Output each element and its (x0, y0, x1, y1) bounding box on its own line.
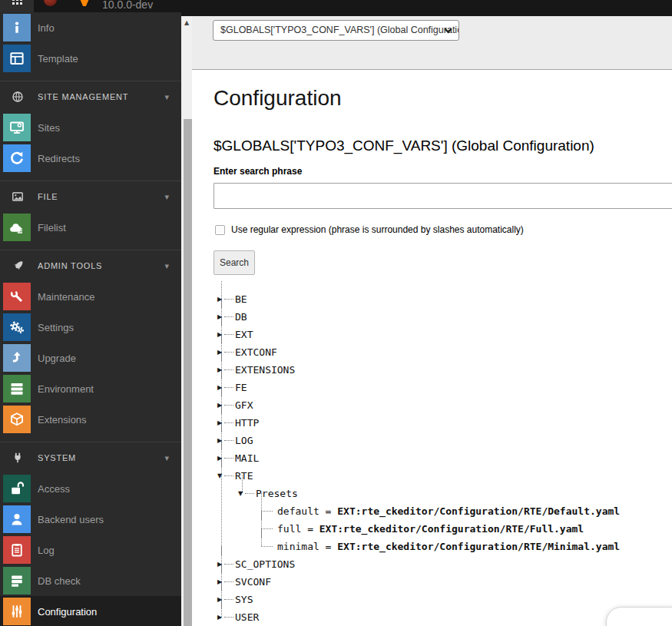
sidebar-item-label: Redirects (38, 153, 80, 164)
tree-node-label[interactable]: FE (235, 382, 247, 393)
expand-triangle-icon[interactable]: ▶ (217, 591, 226, 608)
tree-node-label[interactable]: HTTP (235, 417, 259, 429)
collapse-triangle-icon[interactable]: ▼ (238, 485, 247, 502)
tree-node-label[interactable]: SYS (235, 594, 253, 605)
open-lock-icon (3, 475, 31, 502)
tree-node-label[interactable]: SVCONF (235, 576, 271, 588)
expand-triangle-icon[interactable]: ▶ (217, 573, 226, 591)
tree-node-label[interactable]: RTE (235, 470, 253, 482)
sidebar-item-info[interactable]: Info (0, 12, 181, 43)
sidebar-item-access[interactable]: Access (0, 473, 181, 504)
search-button[interactable]: Search (214, 250, 255, 275)
sidebar-item-backend-users[interactable]: Backend users (0, 504, 181, 535)
expand-triangle-icon[interactable]: ▶ (217, 608, 226, 626)
sidebar-section-site-management[interactable]: SITE MANAGEMENT▾ (0, 81, 181, 112)
tree-node-label[interactable]: EXT (235, 329, 253, 340)
expand-triangle-icon[interactable]: ▶ (217, 361, 226, 379)
tree-node-label[interactable]: SC_OPTIONS (235, 558, 295, 570)
search-phrase-input[interactable] (214, 183, 672, 209)
chevron-down-icon: ▾ (164, 192, 169, 202)
collapse-triangle-icon[interactable]: ▼ (217, 467, 226, 485)
tree-node-label[interactable]: BE (235, 293, 247, 305)
typo3-logo-icon[interactable] (78, 0, 91, 6)
expand-triangle-icon[interactable]: ▶ (217, 432, 226, 449)
db-stack-icon (3, 567, 31, 595)
expand-triangle-icon[interactable]: ▶ (217, 396, 226, 414)
sidebar-item-redirects[interactable]: Redirects (0, 143, 181, 174)
tree-leaf-minimal: minimal = EXT:rte_ckeditor/Configuration… (260, 538, 620, 555)
sidebar-section-system[interactable]: SYSTEM▾ (0, 442, 181, 473)
tree-node-label[interactable]: USER (235, 611, 259, 623)
page-subtitle: $GLOBALS['TYPO3_CONF_VARS'] (Global Conf… (214, 137, 594, 154)
expand-triangle-icon[interactable]: ▶ (217, 379, 226, 396)
tree-node-presets: ▼Presetsdefault = EXT:rte_ckeditor/Confi… (238, 485, 620, 555)
sidebar-item-label: Log (38, 545, 55, 556)
tree-node-db: ▶DB (217, 308, 620, 326)
tree-node-label[interactable]: DB (235, 311, 247, 323)
tree-node-label[interactable]: GFX (235, 399, 253, 411)
regex-checkbox[interactable] (215, 225, 225, 235)
expand-triangle-icon[interactable]: ▶ (217, 343, 226, 361)
expand-triangle-icon[interactable]: ▶ (217, 555, 226, 573)
regex-checkbox-row[interactable]: Use regular expression (phrase is surrou… (215, 224, 524, 235)
search-phrase-label: Enter search phrase (214, 166, 302, 177)
expand-triangle-icon[interactable]: ▶ (217, 414, 226, 432)
sidebar-item-settings[interactable]: Settings (0, 312, 181, 343)
sidebar-item-upgrade[interactable]: Upgrade (0, 343, 181, 373)
tree-leaf-default: default = EXT:rte_ckeditor/Configuration… (260, 502, 620, 520)
sidebar-item-label: Filelist (38, 222, 66, 234)
server-stack-icon (3, 375, 31, 402)
scroll-up-arrow-icon[interactable]: ▲ (181, 19, 192, 26)
info-icon (3, 14, 31, 41)
expand-triangle-icon[interactable]: ▶ (217, 308, 226, 326)
sidebar-item-filelist[interactable]: Filelist (0, 212, 181, 243)
regex-checkbox-label: Use regular expression (phrase is surrou… (231, 224, 524, 235)
sidebar-section-admin-tools[interactable]: ADMIN TOOLS▾ (0, 250, 181, 281)
tree-key: minimal (277, 541, 319, 552)
globe-icon (12, 91, 24, 103)
image-icon (12, 190, 24, 203)
tree-node-label[interactable]: EXTENSIONS (235, 364, 295, 376)
cube-icon (3, 406, 31, 433)
sidebar-item-label: Upgrade (38, 353, 76, 364)
sidebar-item-configuration[interactable]: Configuration (0, 596, 181, 626)
tree-node-rte: ▼RTE▼Presetsdefault = EXT:rte_ckeditor/C… (217, 467, 620, 555)
tree-node-gfx: ▶GFX (217, 396, 620, 414)
sidebar-item-label: Maintenance (38, 291, 94, 303)
expand-triangle-icon[interactable]: ▶ (217, 290, 226, 308)
tree-leaf-full: full = EXT:rte_ckeditor/Configuration/RT… (260, 520, 620, 538)
cloud-list-icon (3, 214, 31, 241)
sidebar-item-db-check[interactable]: DB check (0, 565, 181, 596)
expand-triangle-icon[interactable]: ▶ (217, 449, 226, 467)
chevron-down-icon: ▾ (164, 453, 169, 463)
typo3-backend: 10.0.0-dev InfoTemplateSITE MANAGEMENT▾S… (0, 0, 672, 626)
sidebar-section-label: SITE MANAGEMENT (38, 92, 128, 101)
typo3-orb-icon[interactable] (44, 0, 57, 6)
sidebar-section-file[interactable]: FILE▾ (0, 181, 181, 212)
sidebar-item-template[interactable]: Template (0, 43, 181, 74)
tree-node-http: ▶HTTP (217, 414, 620, 432)
sidebar-item-maintenance[interactable]: Maintenance (0, 281, 181, 312)
expand-triangle-icon[interactable]: ▶ (217, 326, 226, 343)
configuration-tree: ▶BE▶DB▶EXT▶EXTCONF▶EXTENSIONS▶FE▶GFX▶HTT… (217, 290, 620, 626)
module-scrollbar[interactable]: ▲ (181, 15, 192, 626)
wrench-icon (3, 283, 31, 310)
configuration-select[interactable]: $GLOBALS['TYPO3_CONF_VARS'] (Global Conf… (213, 20, 459, 41)
tree-node-label[interactable]: EXTCONF (235, 346, 277, 358)
tree-node-label[interactable]: MAIL (235, 452, 259, 464)
tree-node-label[interactable]: Presets (256, 488, 298, 499)
chevron-down-icon: ▾ (164, 261, 169, 271)
module-body: Configuration $GLOBALS['TYPO3_CONF_VARS'… (192, 71, 672, 626)
sidebar-item-sites[interactable]: Sites (0, 112, 181, 143)
tree-node-label[interactable]: LOG (235, 435, 253, 446)
chevron-down-icon (444, 28, 452, 34)
sidebar-item-label: Settings (38, 322, 74, 333)
module-menu-toggle-button[interactable] (0, 0, 34, 12)
plug-icon (12, 452, 24, 464)
sidebar-item-environment[interactable]: Environment (0, 373, 181, 404)
sidebar-item-label: Sites (38, 122, 60, 134)
sidebar-item-extensions[interactable]: Extensions (0, 404, 181, 435)
sidebar-item-log[interactable]: Log (0, 535, 181, 565)
scrollbar-thumb[interactable] (184, 119, 192, 626)
sidebar-item-label: Configuration (38, 606, 97, 618)
